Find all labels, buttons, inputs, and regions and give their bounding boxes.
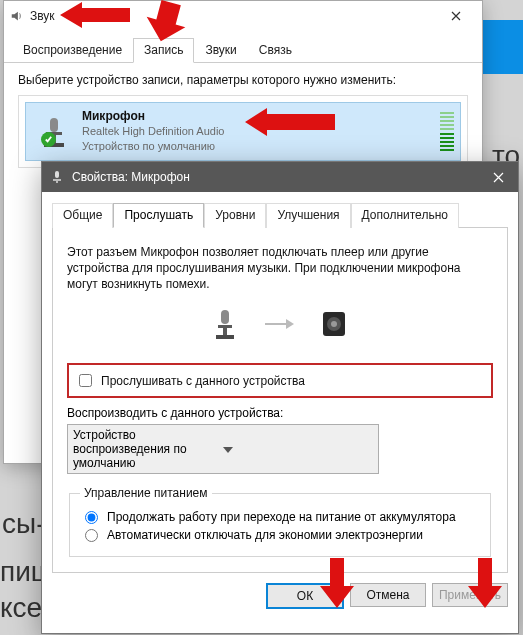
bg-text: сы- <box>2 508 45 540</box>
cancel-button[interactable]: Отмена <box>350 583 426 607</box>
listen-panel: Этот разъем Микрофон позволяет подключат… <box>52 227 508 573</box>
listen-highlight: Прослушивать с данного устройства <box>67 363 493 398</box>
playback-device-select[interactable]: Устройство воспроизведения по умолчанию <box>67 424 379 474</box>
close-icon[interactable] <box>436 1 476 31</box>
ok-button[interactable]: ОК <box>266 583 344 609</box>
power-management-group: Управление питанием Продолжать работу пр… <box>69 486 491 557</box>
device-illustration <box>67 308 493 343</box>
tab-levels[interactable]: Уровни <box>204 203 266 228</box>
svg-rect-5 <box>53 179 61 181</box>
mic-illustration-icon <box>212 308 238 343</box>
device-microphone[interactable]: Микрофон Realtek High Definition Audio У… <box>25 102 461 161</box>
sound-title: Звук <box>30 9 436 23</box>
playback-through-label: Воспроизводить с данного устройства: <box>67 406 493 420</box>
hint-text: Выберите устройство записи, параметры ко… <box>18 73 468 87</box>
pm-continue-label: Продолжать работу при переходе на питани… <box>107 510 456 524</box>
apply-button[interactable]: Применить <box>432 583 508 607</box>
svg-rect-7 <box>221 310 229 324</box>
check-icon <box>41 132 56 147</box>
tab-enhancements[interactable]: Улучшения <box>266 203 350 228</box>
close-icon[interactable] <box>478 162 518 192</box>
svg-point-13 <box>331 321 337 327</box>
tab-sounds[interactable]: Звуки <box>194 38 247 63</box>
svg-rect-8 <box>218 325 232 328</box>
arrow-right-icon <box>264 315 294 336</box>
svg-rect-4 <box>55 171 59 178</box>
tab-communications[interactable]: Связь <box>248 38 303 63</box>
listen-description: Этот разъем Микрофон позволяет подключат… <box>67 244 493 292</box>
device-default: Устройство по умолчанию <box>82 139 434 154</box>
device-desc: Realtek High Definition Audio <box>82 124 434 139</box>
listen-checkbox-input[interactable] <box>79 374 92 387</box>
speaker-illustration-icon <box>320 309 348 342</box>
tab-listen[interactable]: Прослушать <box>113 203 204 228</box>
tab-recording[interactable]: Запись <box>133 38 194 63</box>
svg-rect-6 <box>56 181 58 183</box>
sound-titlebar[interactable]: Звук <box>4 1 482 31</box>
pm-auto-off-radio[interactable]: Автоматически отключать для экономии эле… <box>80 528 480 542</box>
tab-playback[interactable]: Воспроизведение <box>12 38 133 63</box>
props-titlebar[interactable]: Свойства: Микрофон <box>42 162 518 192</box>
power-management-legend: Управление питанием <box>80 486 212 500</box>
playback-device-value: Устройство воспроизведения по умолчанию <box>73 428 223 470</box>
microphone-icon <box>50 170 64 184</box>
svg-rect-9 <box>223 328 227 335</box>
svg-rect-0 <box>50 118 58 132</box>
sound-tabs: Воспроизведение Запись Звуки Связь <box>4 31 482 63</box>
tab-general[interactable]: Общие <box>52 203 113 228</box>
props-title: Свойства: Микрофон <box>72 170 478 184</box>
bg-text: ксе <box>0 592 42 624</box>
device-name: Микрофон <box>82 109 434 124</box>
chevron-down-icon <box>223 442 373 456</box>
level-meter <box>440 112 454 152</box>
pm-auto-off-label: Автоматически отключать для экономии эле… <box>107 528 423 542</box>
svg-rect-10 <box>216 335 234 339</box>
pm-continue-radio[interactable]: Продолжать работу при переходе на питани… <box>80 510 480 524</box>
listen-checkbox[interactable]: Прослушивать с данного устройства <box>75 371 485 390</box>
pm-auto-off-input[interactable] <box>85 529 98 542</box>
speaker-icon <box>10 9 24 23</box>
device-list: Микрофон Realtek High Definition Audio У… <box>18 95 468 168</box>
mic-properties-window: Свойства: Микрофон Общие Прослушать Уров… <box>41 161 519 634</box>
props-tabs: Общие Прослушать Уровни Улучшения Дополн… <box>42 192 518 227</box>
listen-checkbox-label: Прослушивать с данного устройства <box>101 374 305 388</box>
microphone-icon <box>36 114 72 150</box>
tab-advanced[interactable]: Дополнительно <box>351 203 459 228</box>
dialog-buttons: ОК Отмена Применить <box>42 583 518 619</box>
pm-continue-input[interactable] <box>85 511 98 524</box>
